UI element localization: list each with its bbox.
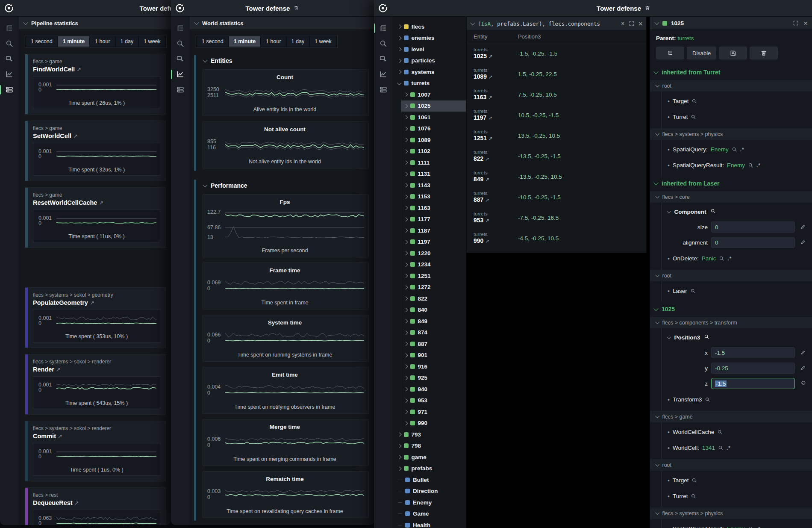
tree-item-1197[interactable]: 1197 — [401, 236, 466, 248]
time-range-button[interactable]: 1 second — [26, 36, 57, 47]
tree-expand-icon[interactable] — [404, 195, 408, 198]
tree-item-840[interactable]: 840 — [401, 304, 466, 316]
component-group-header[interactable]: flecs > systems > physics — [650, 507, 812, 519]
component-row-transform3[interactable]: •Transform3 — [668, 392, 808, 407]
query-result-row[interactable]: turrets1251 ↗13.5, -0.25, 10.5 — [467, 125, 646, 146]
tree-expand-icon[interactable] — [404, 138, 408, 142]
query-result-row[interactable]: turrets990 ↗-4.5, -0.25, 10.5 — [467, 228, 646, 248]
sidebar-item-server[interactable] — [171, 83, 190, 97]
edit-pencil-icon[interactable] — [798, 350, 808, 356]
collapse-chevron-icon[interactable] — [656, 462, 659, 466]
tree-view-button[interactable] — [656, 47, 684, 59]
tree-item-turrets[interactable]: turrets — [393, 78, 466, 89]
tree-expand-icon[interactable] — [397, 81, 401, 85]
sidebar-item-server[interactable] — [374, 83, 393, 97]
time-range-button[interactable]: 1 minute — [229, 36, 260, 47]
time-range-button[interactable]: 1 second — [197, 36, 228, 47]
open-entity-icon[interactable]: ↗ — [485, 197, 489, 203]
tree-item-793[interactable]: 793 — [393, 429, 466, 440]
open-entity-icon[interactable]: ↗ — [485, 177, 489, 183]
collapse-chevron-icon[interactable] — [470, 21, 475, 25]
open-entity-icon[interactable]: ↗ — [488, 136, 493, 142]
component-row-spatialqueryresult[interactable]: •SpatialQueryResult:Enemy.* — [668, 157, 808, 173]
tree-expand-icon[interactable] — [404, 308, 408, 312]
disable-button[interactable]: Disable — [687, 47, 716, 59]
time-range-button[interactable]: 1 day — [116, 36, 138, 47]
tree-expand-icon[interactable] — [397, 47, 401, 51]
inspector-section-title[interactable]: inherited from Laser — [650, 177, 812, 191]
tree-item-1061[interactable]: 1061 — [401, 112, 466, 123]
tree-item-822[interactable]: 822 — [401, 293, 466, 304]
search-icon[interactable] — [690, 288, 696, 294]
tree-expand-icon[interactable] — [404, 421, 408, 425]
component-row-target[interactable]: •Target — [668, 93, 808, 109]
tree-item-prefabs[interactable]: prefabs — [393, 463, 466, 475]
collapse-chevron-icon[interactable] — [656, 510, 659, 514]
section-heading[interactable]: Performance — [203, 179, 369, 194]
sidebar-item-tree[interactable] — [171, 21, 190, 35]
tree-expand-icon[interactable] — [404, 263, 408, 266]
scene-canvas[interactable]: (IsA, prefabs.Laser), flecs.components ×… — [466, 17, 650, 528]
tree-expand-icon[interactable] — [404, 285, 408, 289]
collapse-chevron-icon[interactable] — [653, 180, 658, 185]
pair-icon[interactable]: .* — [740, 147, 744, 153]
pair-icon[interactable]: .* — [727, 445, 731, 451]
tree-item-level[interactable]: level — [393, 44, 466, 55]
tree-expand-icon[interactable] — [404, 387, 408, 391]
expand-icon[interactable] — [629, 21, 635, 27]
tree-expand-icon[interactable] — [404, 229, 408, 233]
search-icon[interactable] — [691, 114, 696, 120]
open-entity-link[interactable]: ↗ — [99, 200, 103, 206]
entity-link[interactable]: 953 ↗ — [474, 217, 518, 224]
tree-expand-icon[interactable] — [404, 342, 408, 346]
search-icon[interactable] — [732, 147, 737, 152]
tree-item-systems[interactable]: systems — [393, 66, 466, 78]
sidebar-item-chart[interactable] — [0, 67, 19, 82]
collapse-chevron-icon[interactable] — [656, 83, 659, 87]
sidebar-item-server[interactable] — [0, 83, 19, 97]
tree-expand-icon[interactable] — [404, 206, 408, 210]
tree-expand-icon[interactable] — [404, 297, 408, 301]
tree-expand-icon[interactable] — [404, 183, 408, 187]
component-value[interactable]: Enemy — [711, 146, 729, 153]
entity-link[interactable]: 1163 ↗ — [474, 94, 518, 101]
tree-item-849[interactable]: 849 — [401, 316, 466, 327]
field-input-y[interactable]: -0.25 — [711, 363, 795, 374]
component-group-header[interactable]: flecs > core — [650, 191, 812, 203]
tree-expand-icon[interactable] — [404, 127, 408, 130]
search-icon[interactable] — [704, 334, 709, 341]
delete-button[interactable] — [750, 47, 778, 59]
pair-icon[interactable]: .* — [756, 526, 761, 528]
collapse-chevron-icon[interactable] — [656, 194, 659, 198]
entity-link[interactable]: 1025 ↗ — [474, 53, 518, 60]
query-result-row[interactable]: turrets1163 ↗7.5, -0.25, 10.5 — [467, 84, 646, 105]
tree-item-901[interactable]: 901 — [401, 350, 466, 361]
open-entity-icon[interactable]: ↗ — [485, 218, 489, 224]
tree-expand-icon[interactable] — [404, 149, 408, 153]
tree-expand-icon[interactable] — [397, 444, 401, 448]
field-input-z[interactable]: -1.5 — [711, 378, 795, 389]
tree-expand-icon[interactable] — [404, 251, 408, 255]
open-entity-link[interactable]: ↗ — [73, 133, 78, 139]
tree-item-1007[interactable]: 1007 — [401, 89, 466, 100]
close-icon[interactable]: × — [638, 20, 643, 27]
collapse-chevron-icon[interactable] — [656, 320, 659, 324]
tree-item-1025[interactable]: 1025 — [401, 100, 466, 112]
query-result-row[interactable]: turrets1089 ↗1.5, -0.25, 22.5 — [467, 64, 646, 84]
tree-expand-icon[interactable] — [397, 36, 401, 40]
tree-expand-icon[interactable] — [397, 433, 401, 437]
search-icon[interactable] — [691, 478, 697, 483]
tree-item-925[interactable]: 925 — [401, 372, 466, 384]
collapse-chevron-icon[interactable] — [654, 20, 659, 25]
close-icon[interactable]: × — [803, 20, 808, 27]
sidebar-item-search[interactable] — [171, 36, 190, 51]
field-input-size[interactable]: 0 — [711, 221, 795, 233]
tree-item-1251[interactable]: 1251 — [401, 270, 466, 282]
entity-link[interactable]: 1197 ↗ — [474, 114, 518, 122]
pair-icon[interactable]: .* — [727, 256, 732, 262]
collapse-chevron-icon[interactable] — [656, 414, 659, 418]
edit-pencil-icon[interactable] — [798, 239, 808, 245]
component-row-ondelete[interactable]: •OnDelete:Panic.* — [668, 251, 808, 266]
tree-item-enemies[interactable]: enemies — [393, 32, 466, 44]
pipeline-scroll-area[interactable]: 1 second1 minute1 hour1 day1 week flecs … — [19, 30, 171, 525]
